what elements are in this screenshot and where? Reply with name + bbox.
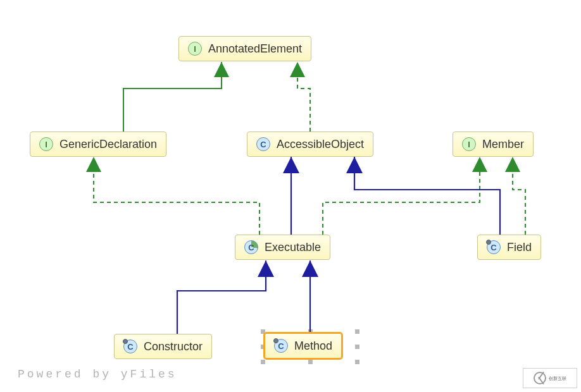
node-accessible-object[interactable]: C AccessibleObject	[247, 132, 373, 157]
node-field[interactable]: C Field	[477, 235, 541, 260]
node-label: Constructor	[144, 340, 203, 353]
selection-handle[interactable]	[355, 329, 359, 334]
final-dot-icon	[273, 338, 278, 343]
selection-handle[interactable]	[355, 360, 359, 364]
interface-icon: I	[39, 137, 53, 151]
node-label: Member	[482, 138, 524, 151]
node-method[interactable]: C Method	[264, 333, 342, 359]
node-executable[interactable]: C Executable	[235, 235, 330, 260]
final-dot-icon	[486, 240, 491, 245]
final-dot-icon	[123, 339, 128, 344]
node-label: GenericDeclaration	[59, 138, 157, 151]
node-constructor[interactable]: C Constructor	[114, 334, 212, 359]
class-icon: C	[123, 340, 137, 353]
node-label: Method	[294, 340, 332, 353]
node-label: AnnotatedElement	[208, 42, 302, 56]
node-generic-declaration[interactable]: I GenericDeclaration	[30, 132, 166, 157]
interface-icon: I	[462, 137, 476, 151]
node-label: Executable	[265, 241, 321, 254]
selection-handle[interactable]	[355, 345, 359, 349]
selection-handle[interactable]	[261, 360, 265, 364]
node-member[interactable]: I Member	[453, 132, 534, 157]
class-icon: C	[487, 240, 501, 254]
footer-credit: Powered by yFiles	[18, 368, 177, 381]
node-label: Field	[507, 241, 532, 254]
interface-icon: I	[188, 42, 202, 56]
logo-text: 创新互联	[549, 376, 566, 381]
node-label: AccessibleObject	[277, 138, 364, 151]
class-icon: C	[274, 339, 288, 353]
watermark-logo: 创新互联	[523, 368, 577, 388]
class-icon: C	[256, 137, 270, 151]
logo-icon	[534, 372, 546, 384]
selection-handle[interactable]	[308, 360, 313, 364]
abstract-class-icon: C	[244, 240, 258, 254]
node-annotated-element[interactable]: I AnnotatedElement	[178, 36, 311, 61]
